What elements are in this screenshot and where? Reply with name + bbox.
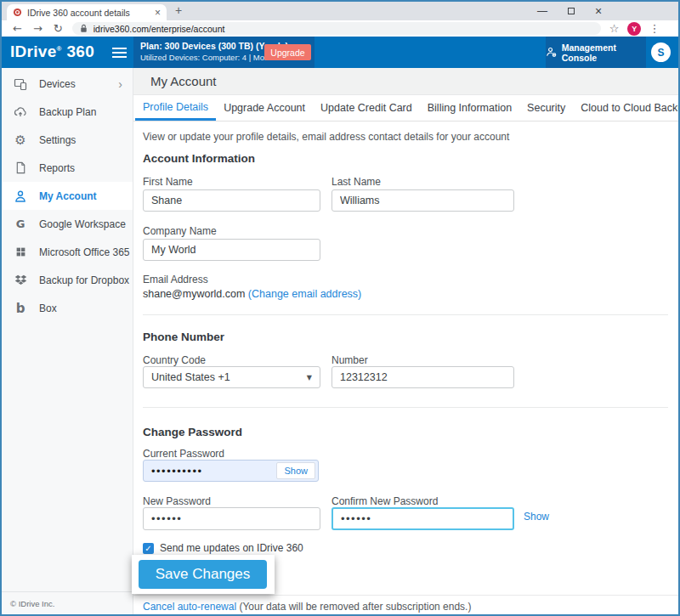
box-icon: b <box>14 302 27 315</box>
browser-profile-avatar[interactable]: Y <box>627 22 641 36</box>
phone-number-input[interactable] <box>332 366 514 388</box>
upgrade-button[interactable]: Upgrade <box>264 44 311 60</box>
new-password-input[interactable] <box>143 507 320 530</box>
window-controls: — × <box>537 2 602 20</box>
updates-checkbox[interactable]: ✓ <box>143 543 154 554</box>
confirm-new-password-label: Confirm New Password <box>332 495 438 507</box>
last-name-label: Last Name <box>332 176 381 188</box>
phone-number-heading: Phone Number <box>143 331 224 343</box>
email-address-value: shane@myworld.com <box>143 288 245 300</box>
sidebar-item-google-workspace[interactable]: G Google Workspace <box>2 210 133 238</box>
plan-summary: Plan: 300 Devices (300 TB) (Yearly) Util… <box>133 37 314 68</box>
sidebar-item-label: Google Workspace <box>39 218 126 230</box>
tab-favicon-icon <box>13 8 22 17</box>
reports-document-icon <box>14 161 27 175</box>
cancel-auto-renewal-link[interactable]: Cancel auto-renewal <box>143 601 236 613</box>
dropbox-icon <box>14 274 27 287</box>
country-code-label: Country Code <box>143 354 206 366</box>
change-email-link[interactable]: (Change email address) <box>248 288 361 300</box>
section-divider <box>143 407 668 408</box>
management-console-icon <box>546 46 558 59</box>
chevron-right-icon: › <box>118 78 122 90</box>
save-button-highlight: Save Changes <box>132 555 275 594</box>
sidebar-item-label: Box <box>39 302 57 314</box>
browser-menu-icon[interactable]: ⋮ <box>649 23 660 34</box>
devices-icon <box>14 77 27 91</box>
sidebar-item-label: Backup for Dropbox <box>39 274 129 286</box>
browser-window: IDrive 360 account details × + — × ← → ↻… <box>0 0 680 616</box>
browser-tab-strip: IDrive 360 account details × + — × <box>2 2 678 20</box>
new-tab-button[interactable]: + <box>175 3 182 17</box>
forward-icon[interactable]: → <box>33 23 42 34</box>
sidebar-item-label: My Account <box>39 190 97 202</box>
page-title: My Account <box>133 68 678 95</box>
backup-plan-icon <box>14 105 27 119</box>
tab-title: IDrive 360 account details <box>27 8 150 18</box>
last-name-input[interactable] <box>332 189 514 212</box>
google-workspace-icon: G <box>14 218 27 231</box>
sidebar-item-devices[interactable]: Devices › <box>2 70 133 98</box>
copyright-footer: © IDrive Inc. <box>2 591 133 614</box>
show-current-password-button[interactable]: Show <box>276 462 315 479</box>
browser-tab[interactable]: IDrive 360 account details × <box>7 4 167 20</box>
tab-profile-details[interactable]: Profile Details <box>135 95 216 121</box>
refresh-icon[interactable]: ↻ <box>54 23 63 34</box>
window-close-button[interactable]: × <box>595 5 602 17</box>
tab-close-icon[interactable]: × <box>155 8 161 18</box>
confirm-new-password-input[interactable] <box>332 507 514 530</box>
sidebar-item-backup-plan[interactable]: Backup Plan <box>2 98 133 126</box>
bookmark-star-icon[interactable]: ☆ <box>609 23 620 34</box>
sidebar-item-backup-for-dropbox[interactable]: Backup for Dropbox <box>2 266 133 294</box>
tab-cloud-to-cloud-backup[interactable]: Cloud to Cloud Backup <box>573 95 680 121</box>
email-address-label: Email Address <box>143 274 208 285</box>
management-console-label: Management Console <box>562 42 646 63</box>
sidebar-item-label: Settings <box>39 134 76 146</box>
hamburger-menu-icon[interactable] <box>112 48 127 60</box>
first-name-input[interactable] <box>143 189 320 212</box>
current-password-masked: •••••••••• <box>144 465 276 478</box>
sidebar-item-box[interactable]: b Box <box>2 294 133 322</box>
sidebar-item-label: Microsoft Office 365 <box>39 246 130 258</box>
main-content: My Account Profile Details Upgrade Accou… <box>133 68 678 614</box>
sidebar-item-label: Reports <box>39 162 75 174</box>
browser-toolbar: ← → ↻ idrive360.com/enterprise/account ☆… <box>2 20 678 37</box>
new-password-label: New Password <box>143 495 211 507</box>
management-console-button[interactable]: Management Console <box>546 37 646 68</box>
tab-billing-information[interactable]: Billing Information <box>420 95 519 121</box>
phone-number-label: Number <box>332 354 368 366</box>
app-header: IDrive® 360 Plan: 300 Devices (300 TB) (… <box>2 37 678 68</box>
current-password-input[interactable]: •••••••••• Show <box>143 460 319 482</box>
sidebar-item-microsoft-office-365[interactable]: Microsoft Office 365 <box>2 238 133 266</box>
window-restore-button[interactable] <box>568 6 575 16</box>
profile-description: View or update your profile details, ema… <box>143 131 509 143</box>
show-confirm-password-link[interactable]: Show <box>524 511 549 523</box>
first-name-label: First Name <box>143 176 193 188</box>
company-name-input[interactable] <box>143 239 320 261</box>
account-tabs: Profile Details Upgrade Account Update C… <box>133 95 678 122</box>
microsoft-office-icon <box>14 246 27 259</box>
tab-update-credit-card[interactable]: Update Credit Card <box>313 95 420 121</box>
my-account-person-icon <box>14 189 27 203</box>
account-information-heading: Account Information <box>143 152 255 165</box>
sidebar-item-reports[interactable]: Reports <box>2 154 133 182</box>
address-bar[interactable]: idrive360.com/enterprise/account <box>72 22 601 35</box>
sidebar-item-my-account[interactable]: My Account <box>2 182 133 210</box>
tab-upgrade-account[interactable]: Upgrade Account <box>216 95 313 121</box>
country-code-select[interactable]: United States +1 ▼ <box>143 366 320 388</box>
change-password-heading: Change Password <box>143 426 242 438</box>
back-icon[interactable]: ← <box>13 23 22 34</box>
sidebar-item-settings[interactable]: ⚙ Settings <box>2 126 133 154</box>
save-changes-button[interactable]: Save Changes <box>139 560 267 589</box>
settings-gear-icon: ⚙ <box>14 133 27 147</box>
updates-checkbox-row: ✓ Send me updates on IDrive 360 <box>143 542 303 554</box>
company-name-label: Company Name <box>143 225 217 237</box>
country-code-value: United States +1 <box>151 371 230 383</box>
dropdown-caret-icon: ▼ <box>307 374 312 381</box>
user-avatar[interactable]: S <box>651 42 671 62</box>
tab-security[interactable]: Security <box>519 95 573 121</box>
cancel-auto-renewal-note: (Your data will be removed after subscri… <box>239 601 471 613</box>
sidebar-item-label: Devices <box>39 78 76 90</box>
window-minimize-button[interactable]: — <box>537 6 547 16</box>
updates-checkbox-label: Send me updates on IDrive 360 <box>160 542 303 554</box>
section-divider <box>133 595 678 596</box>
